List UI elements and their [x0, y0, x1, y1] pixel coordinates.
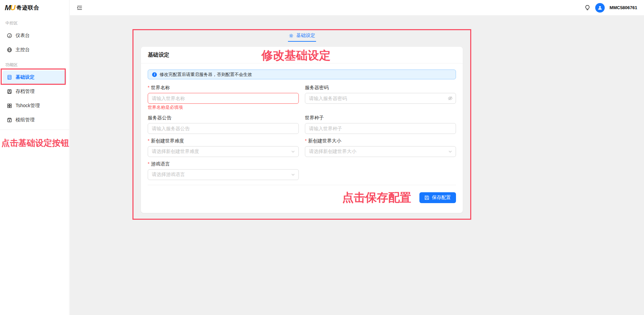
save-icon — [424, 195, 429, 200]
tab-basic-settings[interactable]: 基础设定 — [288, 29, 316, 42]
field-server-notice: 服务器公告 — [148, 115, 299, 134]
sidebar-divider — [0, 130, 69, 130]
settings-form: 世界名称 世界名称是必填项 服务器密码 — [148, 85, 456, 184]
sidebar-section-function-label: 功能区 — [0, 57, 69, 70]
sidebar-item-label: 主控台 — [16, 47, 30, 53]
tab-bar: 基础设定 — [132, 29, 471, 42]
logo-mark-m: M — [5, 3, 10, 12]
sidebar-item-label: 仪表台 — [16, 33, 30, 39]
chevron-down-icon — [291, 151, 295, 153]
archive-icon — [7, 89, 12, 94]
server-password-label: 服务器密码 — [305, 85, 456, 91]
world-difficulty-placeholder: 请选择新创建世界难度 — [152, 149, 199, 155]
logo-mark: MU — [5, 3, 15, 12]
field-game-language: 游戏语言 请选择游戏语言 — [148, 161, 299, 180]
server-notice-label: 服务器公告 — [148, 115, 299, 121]
sidebar-item-tshock[interactable]: Tshock管理 — [3, 99, 66, 113]
panel-title: 基础设定 — [148, 52, 169, 59]
sidebar-item-dashboard[interactable]: 仪表台 — [3, 29, 66, 42]
topbar-right: MMC5806761 — [584, 3, 637, 13]
annotation-modify-settings: 修改基础设定 — [262, 48, 331, 63]
sidebar-section-control-label: 中控区 — [0, 16, 69, 28]
logo-brand-text: 奇迹联合 — [16, 4, 39, 12]
field-world-seed: 世界种子 — [305, 115, 456, 134]
world-seed-input[interactable] — [305, 123, 456, 134]
grid-icon — [7, 103, 12, 109]
field-world-difficulty: 新创建世界难度 请选择新创建世界难度 — [148, 138, 299, 157]
main-content: 基础设定 基础设定 修改基础设定 i 修改完配置后请重启服务器，否则配置不会生效… — [70, 16, 644, 315]
game-language-label: 游戏语言 — [148, 161, 299, 167]
server-icon — [7, 75, 12, 80]
logo-mark-u: U — [10, 3, 15, 12]
sidebar-item-label: 基础设定 — [16, 74, 35, 80]
chevron-down-icon — [291, 174, 295, 176]
world-size-placeholder: 请选择新创建世界大小 — [309, 149, 356, 155]
theme-bulb-icon[interactable] — [584, 5, 590, 11]
package-icon — [7, 117, 12, 123]
sidebar-item-console[interactable]: 主控台 — [3, 43, 66, 57]
restart-alert: i 修改完配置后请重启服务器，否则配置不会生效 — [148, 70, 456, 79]
eye-invisible-icon[interactable] — [448, 96, 453, 101]
sidebar-item-label: Tshock管理 — [16, 103, 40, 109]
panel-header: 基础设定 修改基础设定 — [141, 47, 463, 63]
game-language-placeholder: 请选择游戏语言 — [152, 172, 185, 178]
alert-text: 修改完配置后请重启服务器，否则配置不会生效 — [160, 72, 252, 78]
annotation-click-basic-settings: 点击基础设定按钮 — [0, 137, 69, 149]
sidebar: MU 奇迹联合 中控区 仪表台 主控台 功能区 基础设定 存档管理 Tshock… — [0, 0, 69, 315]
empty-cell — [305, 161, 456, 180]
globe-icon — [7, 47, 12, 53]
game-language-select[interactable]: 请选择游戏语言 — [148, 169, 299, 180]
sidebar-item-archive[interactable]: 存档管理 — [3, 85, 66, 98]
panel-body: i 修改完配置后请重启服务器，否则配置不会生效 世界名称 世界名称是必填项 服务… — [141, 63, 463, 211]
world-seed-label: 世界种子 — [305, 115, 456, 121]
dashboard-icon — [7, 33, 12, 38]
world-name-label: 世界名称 — [148, 85, 299, 91]
save-config-button[interactable]: 保存配置 — [419, 192, 456, 203]
field-world-size: 新创建世界大小 请选择新创建世界大小 — [305, 138, 456, 157]
world-size-label: 新创建世界大小 — [305, 138, 456, 144]
annotation-click-save: 点击保存配置 — [342, 190, 411, 205]
username-text[interactable]: MMC5806761 — [609, 5, 637, 10]
world-name-input[interactable] — [148, 93, 299, 104]
field-world-name: 世界名称 世界名称是必填项 — [148, 85, 299, 111]
settings-card: 基础设定 修改基础设定 i 修改完配置后请重启服务器，否则配置不会生效 世界名称… — [141, 47, 463, 213]
sidebar-item-label: 模组管理 — [16, 117, 35, 123]
save-button-label: 保存配置 — [432, 195, 451, 201]
chevron-down-icon — [449, 151, 452, 153]
world-difficulty-select[interactable]: 请选择新创建世界难度 — [148, 146, 299, 157]
tab-label: 基础设定 — [296, 33, 315, 39]
topbar: MMC5806761 — [70, 0, 644, 16]
logo: MU 奇迹联合 — [0, 0, 69, 16]
user-avatar[interactable] — [595, 3, 605, 13]
panel-footer: 点击保存配置 保存配置 — [148, 185, 456, 211]
server-notice-input[interactable] — [148, 123, 299, 134]
sidebar-collapse-button[interactable] — [77, 4, 83, 11]
field-server-password: 服务器密码 — [305, 85, 456, 111]
sidebar-item-basic-settings[interactable]: 基础设定 — [3, 71, 66, 84]
sidebar-item-mods[interactable]: 模组管理 — [3, 113, 66, 127]
sidebar-item-label: 存档管理 — [16, 88, 35, 95]
gear-icon — [289, 33, 294, 38]
world-name-error: 世界名称是必填项 — [148, 104, 299, 111]
info-icon: i — [152, 72, 157, 77]
world-size-select[interactable]: 请选择新创建世界大小 — [305, 146, 456, 157]
server-password-input[interactable] — [305, 93, 456, 104]
world-difficulty-label: 新创建世界难度 — [148, 138, 299, 144]
